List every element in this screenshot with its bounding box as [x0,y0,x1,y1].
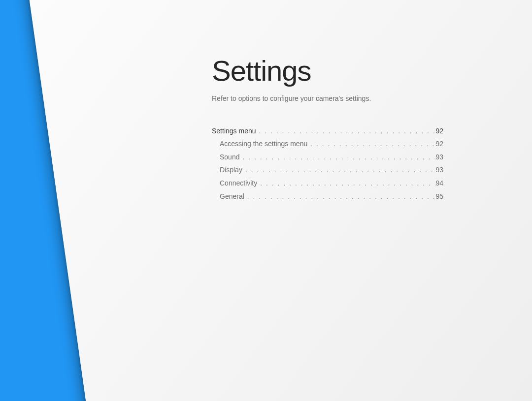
toc-item-accessing[interactable]: Accessing the settings menu 92 [212,137,443,151]
toc-leader-dots [244,190,436,203]
toc-leader-dots [257,177,435,190]
toc-item-label: Accessing the settings menu [212,137,307,151]
toc-section-label: Settings menu [212,124,256,138]
toc-item-general[interactable]: General 95 [212,190,443,203]
toc-leader-dots [242,163,436,177]
toc-item-label: General [212,190,244,203]
toc-item-label: Display [212,163,242,177]
toc-leader-dots [307,137,435,151]
toc-leader-dots [256,124,436,138]
toc-item-page: 94 [435,177,443,190]
toc-item-page: 95 [435,190,443,203]
toc-item-sound[interactable]: Sound 93 [212,151,443,164]
toc-section-settings-menu[interactable]: Settings menu 92 [212,124,443,138]
toc-item-connectivity[interactable]: Connectivity 94 [212,177,443,190]
page-subtitle: Refer to options to configure your camer… [212,94,443,104]
page-title: Settings [212,54,443,87]
toc-item-display[interactable]: Display 93 [212,163,443,177]
toc-item-page: 93 [435,151,443,164]
toc-item-label: Connectivity [212,177,257,190]
table-of-contents: Settings menu 92 Accessing the settings … [212,124,443,203]
toc-section-page: 92 [435,124,443,138]
toc-item-label: Sound [212,151,239,164]
toc-item-page: 93 [435,163,443,177]
page-content: Settings Refer to options to configure y… [212,54,443,203]
document-stage: Settings Refer to options to configure y… [0,0,532,401]
toc-leader-dots [239,151,435,164]
toc-item-page: 92 [435,137,443,151]
